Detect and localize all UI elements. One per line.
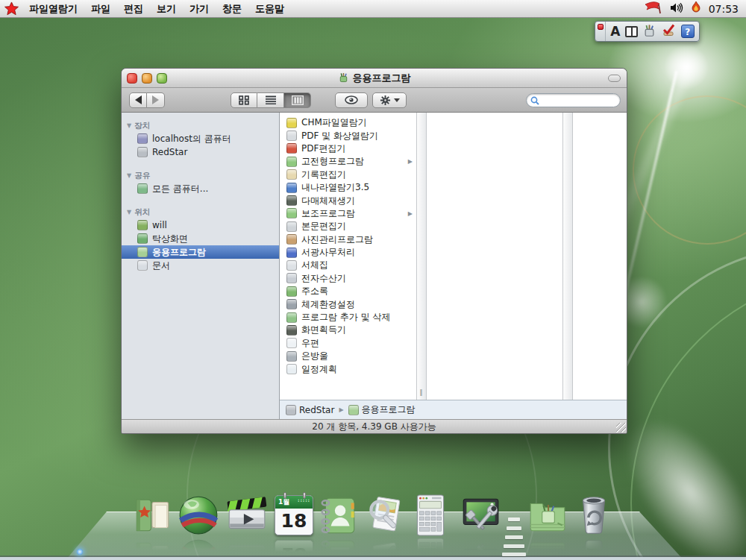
sidebar-item[interactable]: localhost의 콤퓨터 [122,132,279,145]
stamp-check-icon[interactable] [661,23,676,40]
menu-item[interactable]: 도움말 [248,3,291,14]
icon-view-button[interactable] [231,92,257,108]
back-button[interactable] [129,92,147,108]
file-row[interactable]: 우편 [280,337,416,350]
file-row[interactable]: 고전형프로그람▶ [280,155,416,168]
file-row[interactable]: PDF 및 화상열람기 [280,129,416,142]
file-row[interactable]: 서체집 [280,259,416,271]
dock-system-tools[interactable] [458,494,503,550]
red-star-icon[interactable] [0,1,22,16]
file-row[interactable]: 기록편집기 [280,169,416,181]
dock-media-player[interactable] [225,494,270,550]
column-scrollbar[interactable]: ‖ [416,113,427,400]
file-row[interactable]: 프로그람 추가 및 삭제 [280,311,416,324]
dock-separator-dash [505,535,523,539]
file-row[interactable]: 전자수산기 [280,272,416,285]
breadcrumb-separator-icon: ▶ [339,406,343,413]
column-view-button[interactable] [284,92,311,108]
dock-file-manager[interactable] [131,494,176,550]
breadcrumb-item-applications[interactable]: 응용프로그람 [348,403,416,416]
file-row[interactable]: 내나라열람기3.5 [280,181,416,194]
menu-item[interactable]: 보기 [150,3,183,14]
file-row[interactable]: 서광사무처리 [280,246,416,259]
file-icon [286,118,297,128]
list-view-button[interactable] [257,92,284,108]
calendar-day: 18 [275,541,313,552]
section-header-label: 공유 [134,171,150,181]
dock-applications-folder[interactable] [526,494,571,550]
sidebar-item[interactable]: 응용프로그람 [122,245,279,259]
breadcrumb-item-drive[interactable]: RedStar [286,405,334,415]
disclosure-triangle-icon[interactable]: ▼ [127,172,131,179]
dock-calculator[interactable] [409,494,454,550]
file-icon [286,273,297,283]
file-row[interactable]: CHM파일열람기 [280,116,416,129]
help-icon[interactable]: ? [681,25,695,38]
widget-handle[interactable] [595,22,606,41]
sidebar-item[interactable]: 문서 [122,259,279,272]
dock-document-viewer[interactable] [363,494,408,550]
column-resize-handle[interactable]: ‖ [418,388,425,397]
file-icon [286,169,297,180]
file-label: 보조프로그람 [301,207,355,220]
menu-item[interactable]: 창문 [216,3,248,14]
file-row[interactable]: 체계환경설정 [280,298,416,310]
minimize-button[interactable] [142,73,152,84]
sidebar-item[interactable]: 탁상화면 [122,232,279,245]
file-icon [286,325,297,336]
file-icon [286,248,297,258]
menu-item[interactable]: 파일열람기 [22,3,84,14]
dropdown-arrow-icon [394,98,400,105]
menu-item[interactable]: 가기 [183,3,216,14]
title-bar[interactable]: 응용프로그람 [122,69,627,88]
dock-web-browser[interactable] [177,494,222,550]
sidebar-section-places[interactable]: ▼ 위치 [122,206,279,218]
sidebar-section-shared[interactable]: ▼ 공유 [122,169,279,182]
close-button[interactable] [127,73,137,84]
rollup-button[interactable] [608,75,621,82]
sidebar-item-label: will [152,220,167,230]
clock[interactable]: 07:53 [709,3,739,15]
disclosure-triangle-icon[interactable]: ▼ [127,122,131,129]
quick-look-button[interactable] [335,92,368,108]
search-field[interactable] [526,93,621,107]
search-input[interactable] [542,95,616,106]
menu-item[interactable]: 파일 [84,3,117,14]
columns-window-icon[interactable] [625,26,638,37]
sidebar-item-icon [137,260,148,271]
action-menu-button[interactable] [372,92,407,108]
file-row[interactable]: PDF편집기 [280,142,416,155]
fonts-icon[interactable]: A [610,24,620,39]
volume-icon[interactable] [670,2,683,16]
file-row[interactable]: 다매체재생기 [280,194,416,207]
forward-button[interactable] [147,92,165,108]
pen-cup-icon[interactable] [642,23,656,40]
file-row[interactable]: 일정계획 [280,362,416,375]
dock-calendar[interactable]: 1월::::: 18 1월::::: 18 [272,494,317,552]
red-flag-icon[interactable] [644,1,662,16]
sidebar-section-devices[interactable]: ▼ 장치 [122,119,279,132]
menu-item[interactable]: 편집 [117,3,150,14]
list-icon [266,95,276,104]
sidebar-item[interactable]: RedStar [122,145,279,159]
file-row[interactable]: 은방울 [280,350,416,362]
file-row[interactable]: 본문편집기 [280,220,416,233]
file-row[interactable]: 화면획득기 [280,324,416,336]
file-icon [286,299,297,309]
file-row[interactable]: 사진관리프로그람 [280,233,416,246]
dock-address-book[interactable] [317,494,362,550]
status-text: 20 개 항목, 4.39 GB 사용가능 [312,421,436,433]
submenu-arrow-icon: ▶ [408,158,416,165]
sidebar-item[interactable]: 모든 콤퓨터... [122,182,279,195]
menu-bar: 파일열람기파일편집보기가기창문도움말 07:53 [0,0,746,18]
file-row[interactable]: 보조프로그람▶ [280,207,416,220]
dock-trash[interactable] [572,494,617,550]
column-scrollbar[interactable] [562,113,573,400]
zoom-button[interactable] [157,73,167,84]
resize-grip[interactable] [616,423,626,432]
flame-icon[interactable] [692,1,700,16]
file-label: 체계환경설정 [301,298,355,311]
disclosure-triangle-icon[interactable]: ▼ [127,209,131,215]
sidebar-item[interactable]: will [122,218,279,232]
file-row[interactable]: 주소록 [280,285,416,298]
